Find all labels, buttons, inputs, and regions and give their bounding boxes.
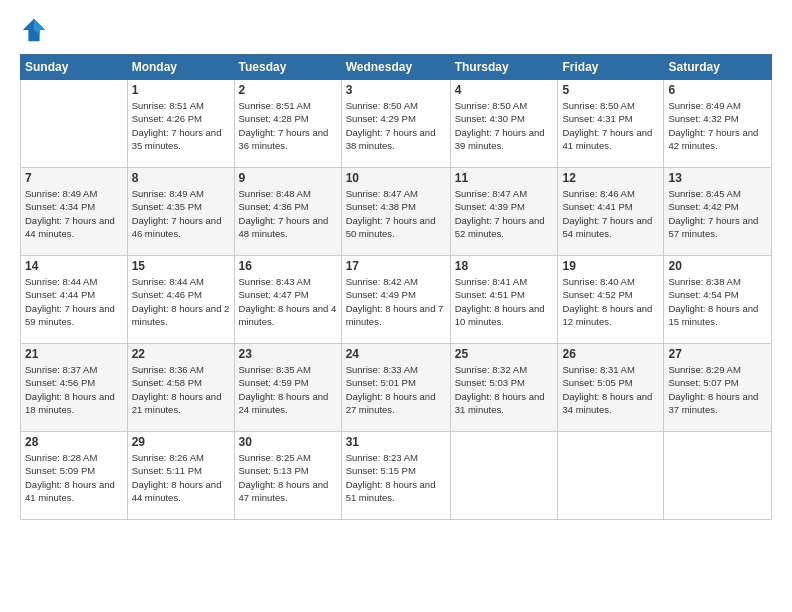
day-number: 25 [455,347,554,361]
day-number: 2 [239,83,337,97]
calendar-cell [664,432,772,520]
day-info: Sunrise: 8:50 AMSunset: 4:29 PMDaylight:… [346,99,446,152]
calendar-cell: 21Sunrise: 8:37 AMSunset: 4:56 PMDayligh… [21,344,128,432]
day-header-thursday: Thursday [450,55,558,80]
day-number: 19 [562,259,659,273]
calendar-header-row: SundayMondayTuesdayWednesdayThursdayFrid… [21,55,772,80]
calendar-cell [450,432,558,520]
day-number: 9 [239,171,337,185]
day-number: 26 [562,347,659,361]
day-info: Sunrise: 8:44 AMSunset: 4:46 PMDaylight:… [132,275,230,328]
day-info: Sunrise: 8:28 AMSunset: 5:09 PMDaylight:… [25,451,123,504]
day-info: Sunrise: 8:36 AMSunset: 4:58 PMDaylight:… [132,363,230,416]
day-info: Sunrise: 8:48 AMSunset: 4:36 PMDaylight:… [239,187,337,240]
calendar-cell: 5Sunrise: 8:50 AMSunset: 4:31 PMDaylight… [558,80,664,168]
day-number: 16 [239,259,337,273]
calendar-week-row: 21Sunrise: 8:37 AMSunset: 4:56 PMDayligh… [21,344,772,432]
day-info: Sunrise: 8:41 AMSunset: 4:51 PMDaylight:… [455,275,554,328]
calendar-cell: 23Sunrise: 8:35 AMSunset: 4:59 PMDayligh… [234,344,341,432]
day-info: Sunrise: 8:44 AMSunset: 4:44 PMDaylight:… [25,275,123,328]
logo [20,16,52,44]
day-number: 5 [562,83,659,97]
calendar-cell: 4Sunrise: 8:50 AMSunset: 4:30 PMDaylight… [450,80,558,168]
day-header-sunday: Sunday [21,55,128,80]
day-number: 12 [562,171,659,185]
calendar-cell: 24Sunrise: 8:33 AMSunset: 5:01 PMDayligh… [341,344,450,432]
day-number: 17 [346,259,446,273]
day-number: 28 [25,435,123,449]
day-number: 30 [239,435,337,449]
calendar-cell: 27Sunrise: 8:29 AMSunset: 5:07 PMDayligh… [664,344,772,432]
day-number: 21 [25,347,123,361]
calendar-cell: 12Sunrise: 8:46 AMSunset: 4:41 PMDayligh… [558,168,664,256]
day-header-tuesday: Tuesday [234,55,341,80]
day-info: Sunrise: 8:31 AMSunset: 5:05 PMDaylight:… [562,363,659,416]
calendar-cell: 6Sunrise: 8:49 AMSunset: 4:32 PMDaylight… [664,80,772,168]
calendar-cell: 13Sunrise: 8:45 AMSunset: 4:42 PMDayligh… [664,168,772,256]
day-info: Sunrise: 8:33 AMSunset: 5:01 PMDaylight:… [346,363,446,416]
day-info: Sunrise: 8:49 AMSunset: 4:32 PMDaylight:… [668,99,767,152]
calendar-cell: 3Sunrise: 8:50 AMSunset: 4:29 PMDaylight… [341,80,450,168]
day-info: Sunrise: 8:51 AMSunset: 4:26 PMDaylight:… [132,99,230,152]
day-number: 22 [132,347,230,361]
day-number: 31 [346,435,446,449]
day-info: Sunrise: 8:38 AMSunset: 4:54 PMDaylight:… [668,275,767,328]
calendar-cell: 10Sunrise: 8:47 AMSunset: 4:38 PMDayligh… [341,168,450,256]
day-info: Sunrise: 8:47 AMSunset: 4:39 PMDaylight:… [455,187,554,240]
calendar-cell: 26Sunrise: 8:31 AMSunset: 5:05 PMDayligh… [558,344,664,432]
day-info: Sunrise: 8:26 AMSunset: 5:11 PMDaylight:… [132,451,230,504]
day-number: 3 [346,83,446,97]
day-number: 10 [346,171,446,185]
day-info: Sunrise: 8:51 AMSunset: 4:28 PMDaylight:… [239,99,337,152]
calendar-cell [558,432,664,520]
calendar-cell: 25Sunrise: 8:32 AMSunset: 5:03 PMDayligh… [450,344,558,432]
day-info: Sunrise: 8:43 AMSunset: 4:47 PMDaylight:… [239,275,337,328]
calendar-cell: 11Sunrise: 8:47 AMSunset: 4:39 PMDayligh… [450,168,558,256]
day-number: 27 [668,347,767,361]
day-number: 24 [346,347,446,361]
day-info: Sunrise: 8:23 AMSunset: 5:15 PMDaylight:… [346,451,446,504]
calendar-cell: 7Sunrise: 8:49 AMSunset: 4:34 PMDaylight… [21,168,128,256]
day-info: Sunrise: 8:25 AMSunset: 5:13 PMDaylight:… [239,451,337,504]
day-info: Sunrise: 8:32 AMSunset: 5:03 PMDaylight:… [455,363,554,416]
calendar-cell: 18Sunrise: 8:41 AMSunset: 4:51 PMDayligh… [450,256,558,344]
calendar-week-row: 7Sunrise: 8:49 AMSunset: 4:34 PMDaylight… [21,168,772,256]
day-number: 23 [239,347,337,361]
day-number: 15 [132,259,230,273]
day-info: Sunrise: 8:40 AMSunset: 4:52 PMDaylight:… [562,275,659,328]
calendar-cell: 17Sunrise: 8:42 AMSunset: 4:49 PMDayligh… [341,256,450,344]
logo-icon [20,16,48,44]
day-header-wednesday: Wednesday [341,55,450,80]
calendar-cell: 30Sunrise: 8:25 AMSunset: 5:13 PMDayligh… [234,432,341,520]
day-number: 7 [25,171,123,185]
calendar-week-row: 14Sunrise: 8:44 AMSunset: 4:44 PMDayligh… [21,256,772,344]
day-info: Sunrise: 8:29 AMSunset: 5:07 PMDaylight:… [668,363,767,416]
day-number: 13 [668,171,767,185]
day-header-saturday: Saturday [664,55,772,80]
day-number: 1 [132,83,230,97]
calendar-cell: 14Sunrise: 8:44 AMSunset: 4:44 PMDayligh… [21,256,128,344]
day-number: 14 [25,259,123,273]
calendar-cell [21,80,128,168]
calendar-cell: 15Sunrise: 8:44 AMSunset: 4:46 PMDayligh… [127,256,234,344]
calendar-table: SundayMondayTuesdayWednesdayThursdayFrid… [20,54,772,520]
day-number: 4 [455,83,554,97]
calendar-cell: 1Sunrise: 8:51 AMSunset: 4:26 PMDaylight… [127,80,234,168]
calendar-cell: 20Sunrise: 8:38 AMSunset: 4:54 PMDayligh… [664,256,772,344]
day-number: 18 [455,259,554,273]
day-info: Sunrise: 8:35 AMSunset: 4:59 PMDaylight:… [239,363,337,416]
day-info: Sunrise: 8:42 AMSunset: 4:49 PMDaylight:… [346,275,446,328]
day-number: 6 [668,83,767,97]
day-header-friday: Friday [558,55,664,80]
day-info: Sunrise: 8:47 AMSunset: 4:38 PMDaylight:… [346,187,446,240]
calendar-cell: 16Sunrise: 8:43 AMSunset: 4:47 PMDayligh… [234,256,341,344]
day-number: 8 [132,171,230,185]
calendar-cell: 8Sunrise: 8:49 AMSunset: 4:35 PMDaylight… [127,168,234,256]
calendar-page: SundayMondayTuesdayWednesdayThursdayFrid… [0,0,792,612]
day-info: Sunrise: 8:49 AMSunset: 4:35 PMDaylight:… [132,187,230,240]
calendar-cell: 28Sunrise: 8:28 AMSunset: 5:09 PMDayligh… [21,432,128,520]
calendar-week-row: 28Sunrise: 8:28 AMSunset: 5:09 PMDayligh… [21,432,772,520]
day-info: Sunrise: 8:45 AMSunset: 4:42 PMDaylight:… [668,187,767,240]
day-info: Sunrise: 8:46 AMSunset: 4:41 PMDaylight:… [562,187,659,240]
day-number: 11 [455,171,554,185]
